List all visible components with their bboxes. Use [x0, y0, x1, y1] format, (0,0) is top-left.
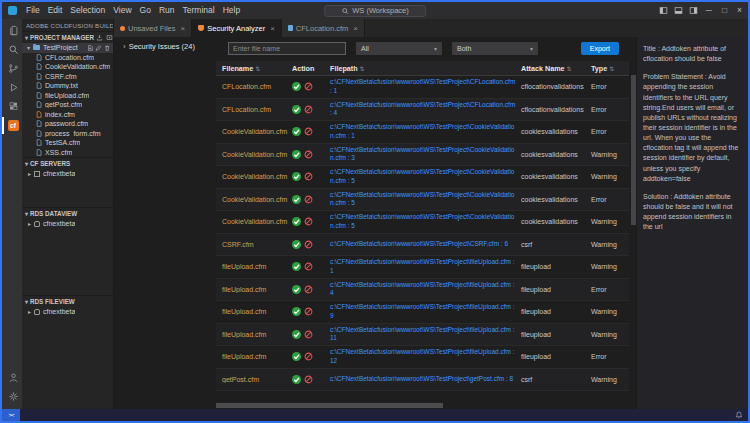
issue-filepath-link[interactable]: c:\CFNextBeta\cfusion\wwwroot\WS\TestPro… [330, 78, 517, 95]
resolve-issue-icon[interactable] [292, 150, 301, 159]
issue-filepath-link[interactable]: c:\CFNextBeta\cfusion\wwwroot\WS\TestPro… [330, 375, 517, 383]
severity-select[interactable]: All ▾ [356, 42, 442, 55]
ignore-issue-icon[interactable] [304, 307, 313, 316]
file-cflocation-cfm[interactable]: CFLocation.cfm [22, 53, 113, 63]
issue-row[interactable]: CookieValidation.cfmc:\CFNextBeta\cfusio… [216, 211, 629, 234]
sort-icon[interactable]: ⇅ [360, 65, 365, 72]
column-filepath[interactable]: Filepath ⇅ [330, 64, 521, 73]
issue-row[interactable]: fileUpload.cfmc:\CFNextBeta\cfusion\wwwr… [216, 279, 629, 302]
issue-filepath-link[interactable]: c:\CFNextBeta\cfusion\wwwroot\WS\TestPro… [330, 326, 517, 343]
ignore-issue-icon[interactable] [304, 195, 313, 204]
close-icon[interactable]: × [181, 24, 186, 33]
resolve-issue-icon[interactable] [292, 172, 301, 181]
resolve-issue-icon[interactable] [292, 82, 301, 91]
minimize-button[interactable]: ─ [704, 2, 714, 19]
issue-row[interactable]: fileUpload.cfmc:\CFNextBeta\cfusion\wwwr… [216, 346, 629, 369]
horizontal-scrollbar-thumb[interactable] [216, 403, 443, 408]
resolve-issue-icon[interactable] [292, 307, 301, 316]
rds-fileview-header[interactable]: ▾ RDS FILEVIEW [22, 296, 113, 307]
resolve-issue-icon[interactable] [292, 352, 301, 361]
issue-filepath-link[interactable]: c:\CFNextBeta\cfusion\wwwroot\WS\TestPro… [330, 123, 517, 140]
menu-run[interactable]: Run [155, 2, 179, 19]
issue-row[interactable]: CookieValidation.cfmc:\CFNextBeta\cfusio… [216, 144, 629, 167]
project-root[interactable]: ▾ TestProject [22, 43, 113, 53]
issue-row[interactable]: CSRF.cfmc:\CFNextBeta\cfusion\wwwroot\WS… [216, 234, 629, 257]
menu-help[interactable]: Help [219, 2, 244, 19]
activity-run-debug[interactable] [2, 79, 22, 96]
new-file-icon[interactable] [87, 45, 94, 52]
file-index-cfm[interactable]: index.cfm [22, 110, 113, 120]
file-process-form-cfm[interactable]: process_form.cfm [22, 129, 113, 139]
activity-search[interactable] [2, 41, 22, 58]
security-issues-header[interactable]: › Security Issues (24) [123, 42, 214, 51]
issue-row[interactable]: fileUpload.cfmc:\CFNextBeta\cfusion\wwwr… [216, 324, 629, 347]
file-fileupload-cfm[interactable]: fileUpload.cfm [22, 91, 113, 101]
menu-terminal[interactable]: Terminal [179, 2, 219, 19]
menu-view[interactable]: View [109, 2, 135, 19]
import-project-icon[interactable] [96, 34, 103, 41]
file-getpost-cfm[interactable]: getPost.cfm [22, 100, 113, 110]
issue-filepath-link[interactable]: c:\CFNextBeta\cfusion\wwwroot\WS\TestPro… [330, 168, 517, 185]
file-xss-cfm[interactable]: XSS.cfm [22, 148, 113, 158]
issue-row[interactable]: fileUpload.cfmc:\CFNextBeta\cfusion\wwwr… [216, 301, 629, 324]
issue-row[interactable]: CFLocation.cfmc:\CFNextBeta\cfusion\wwwr… [216, 76, 629, 99]
issue-row[interactable]: getPost.cfmc:\CFNextBeta\cfusion\wwwroot… [216, 369, 629, 392]
ignore-issue-icon[interactable] [304, 172, 313, 181]
project-manager-header[interactable]: ▾ PROJECT MANAGER [22, 32, 113, 43]
issue-row[interactable]: CookieValidation.cfmc:\CFNextBeta\cfusio… [216, 121, 629, 144]
new-project-icon[interactable] [106, 34, 113, 41]
resolve-issue-icon[interactable] [292, 105, 301, 114]
ignore-issue-icon[interactable] [304, 285, 313, 294]
issue-filepath-link[interactable]: c:\CFNextBeta\cfusion\wwwroot\WS\TestPro… [330, 258, 517, 275]
issue-filepath-link[interactable]: c:\CFNextBeta\cfusion\wwwroot\WS\TestPro… [330, 240, 517, 248]
toggle-panel-icon[interactable] [674, 6, 683, 15]
notifications-bell-icon[interactable] [735, 411, 743, 419]
resolve-issue-icon[interactable] [292, 375, 301, 384]
file-filter-input[interactable] [228, 42, 346, 55]
resolve-issue-icon[interactable] [292, 195, 301, 204]
tab-security-analyzer[interactable]: Security Analyzer× [192, 19, 282, 37]
issue-row[interactable]: CFLocation.cfmc:\CFNextBeta\cfusion\wwwr… [216, 99, 629, 122]
menu-edit[interactable]: Edit [44, 2, 67, 19]
resolve-issue-icon[interactable] [292, 262, 301, 271]
sort-icon[interactable]: ⇅ [609, 65, 614, 72]
activity-coldfusion-builder[interactable]: cf [2, 117, 22, 134]
close-button[interactable]: × [735, 2, 744, 19]
maximize-button[interactable]: □ [720, 2, 729, 19]
rds-fileview-cfnextbeta[interactable]: ▸ cfnextbeta [22, 307, 113, 317]
export-button[interactable]: Export [581, 42, 619, 55]
issue-filepath-link[interactable]: c:\CFNextBeta\cfusion\wwwroot\WS\TestPro… [330, 146, 517, 163]
file-csrf-cfm[interactable]: CSRF.cfm [22, 72, 113, 82]
resolve-issue-icon[interactable] [292, 330, 301, 339]
ignore-issue-icon[interactable] [304, 217, 313, 226]
activity-explorer[interactable] [2, 22, 22, 39]
resolve-issue-icon[interactable] [292, 217, 301, 226]
ignore-issue-icon[interactable] [304, 262, 313, 271]
ignore-issue-icon[interactable] [304, 127, 313, 136]
cf-servers-header[interactable]: ▾ CF SERVERS [22, 158, 113, 169]
ignore-issue-icon[interactable] [304, 352, 313, 361]
column-attack-name[interactable]: Attack Name ⇅ [521, 64, 591, 73]
resolve-issue-icon[interactable] [292, 285, 301, 294]
issue-filepath-link[interactable]: c:\CFNextBeta\cfusion\wwwroot\WS\TestPro… [330, 303, 517, 320]
menu-selection[interactable]: Selection [66, 2, 109, 19]
rds-dataview-header[interactable]: ▾ RDS DATAVIEW [22, 208, 113, 219]
tab-unsaved-files[interactable]: Unsaved Files× [114, 19, 192, 37]
ignore-issue-icon[interactable] [304, 375, 313, 384]
sort-icon[interactable]: ⇅ [567, 65, 572, 72]
issue-filepath-link[interactable]: c:\CFNextBeta\cfusion\wwwroot\WS\TestPro… [330, 191, 517, 208]
activity-source-control[interactable] [2, 60, 22, 77]
column-type[interactable]: Type ⇅ [591, 64, 629, 73]
menu-file[interactable]: File [22, 2, 44, 19]
ignore-issue-icon[interactable] [304, 330, 313, 339]
toggle-sidebar-icon[interactable] [659, 6, 668, 15]
issue-row[interactable]: CookieValidation.cfmc:\CFNextBeta\cfusio… [216, 166, 629, 189]
resolve-issue-icon[interactable] [292, 127, 301, 136]
ignore-issue-icon[interactable] [304, 82, 313, 91]
issue-filepath-link[interactable]: c:\CFNextBeta\cfusion\wwwroot\WS\TestPro… [330, 348, 517, 365]
scope-select[interactable]: Both ▾ [452, 42, 538, 55]
issue-filepath-link[interactable]: c:\CFNextBeta\cfusion\wwwroot\WS\TestPro… [330, 101, 517, 118]
rds-dataview-cfnextbeta[interactable]: ▸ cfnextbeta [22, 219, 113, 229]
file-dummy-txt[interactable]: Dummy.txt [22, 81, 113, 91]
menu-go[interactable]: Go [136, 2, 155, 19]
